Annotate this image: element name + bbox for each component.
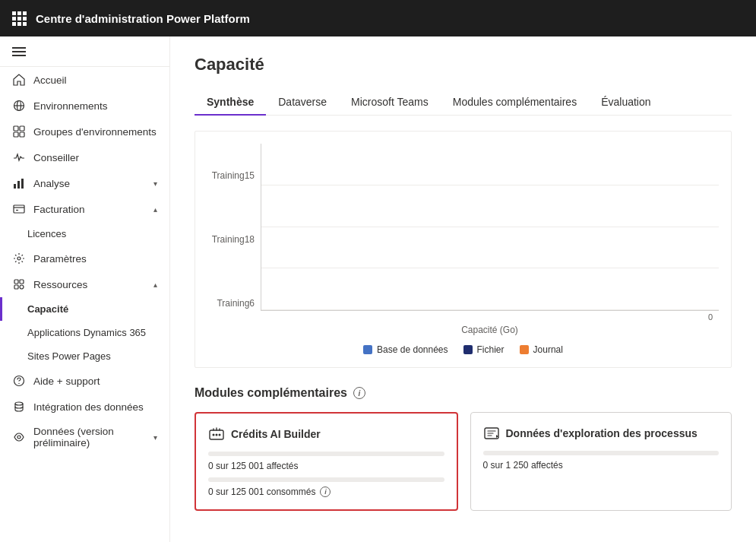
home-icon [12, 73, 26, 87]
card-ai-builder-header: Crédits AI Builder [208, 426, 444, 442]
ai-builder-icon [208, 426, 225, 442]
help-icon [12, 374, 26, 388]
svg-rect-15 [20, 280, 24, 284]
grid-icon [12, 125, 26, 138]
sidebar-header [0, 36, 169, 67]
sidebar-item-label-accueil: Accueil [33, 74, 157, 86]
sidebar-item-aide[interactable]: Aide + support [0, 368, 169, 394]
page-title: Capacité [195, 55, 732, 74]
svg-rect-7 [14, 184, 16, 189]
svg-rect-6 [20, 132, 24, 137]
sidebar-item-analyse[interactable]: Analyse ▾ [0, 170, 169, 196]
y-label-2: Training18 [207, 234, 255, 245]
svg-rect-3 [14, 126, 18, 131]
sidebar-item-parametres[interactable]: Paramètres [0, 246, 169, 271]
sidebar-item-facturation[interactable]: Facturation ▴ [0, 196, 169, 222]
modules-header: Modules complémentaires i [195, 386, 732, 400]
sidebar-item-groupes[interactable]: Groupes d'environnements [0, 119, 169, 144]
pulse-icon [12, 151, 26, 164]
legend-dot-fichier [463, 345, 473, 354]
sidebar-item-integration[interactable]: Intégration des données [0, 394, 169, 420]
sidebar-item-ressources[interactable]: Ressources ▴ [0, 271, 169, 297]
modules-info-icon[interactable]: i [353, 387, 365, 399]
app-grid-icon[interactable] [12, 11, 27, 26]
legend-dot-bdd [363, 345, 372, 354]
globe-icon [12, 99, 26, 113]
app-title: Centre d'administration Power Platform [36, 12, 250, 25]
chevron-up-icon-facturation: ▴ [153, 205, 157, 214]
resources-icon [12, 277, 26, 291]
chart-grid [261, 144, 719, 311]
process-icon [483, 425, 500, 442]
card-ai-stat1: 0 sur 125 001 affectés [208, 461, 444, 471]
svg-point-21 [17, 436, 21, 439]
legend-label-bdd: Base de données [377, 344, 448, 355]
sidebar: Accueil Environnements Groupes d'environ… [0, 36, 170, 542]
sidebar-item-conseiller[interactable]: Conseiller [0, 144, 169, 170]
sidebar-item-donnees[interactable]: Données (version préliminaire) ▾ [0, 420, 169, 455]
tab-evaluation[interactable]: Évaluation [589, 90, 663, 116]
layout: Accueil Environnements Groupes d'environ… [0, 36, 756, 542]
tab-synthese[interactable]: Synthèse [195, 90, 266, 116]
svg-rect-14 [14, 280, 18, 284]
sidebar-item-accueil[interactable]: Accueil [0, 67, 169, 93]
sidebar-item-label-conseiller: Conseiller [33, 152, 157, 163]
chevron-up-icon-ressources: ▴ [153, 281, 157, 289]
modules-cards: Crédits AI Builder 0 sur 125 001 affecté… [195, 412, 732, 511]
card-process-stat1: 0 sur 1 250 affectés [483, 460, 720, 471]
sidebar-item-label-environnements: Environnements [33, 100, 157, 112]
capacity-label: Capacité (Go) [261, 325, 719, 335]
chart-section: Training15 Training18 Training6 0 Capaci… [195, 131, 732, 368]
main-content: Capacité Synthèse Dataverse Microsoft Te… [170, 36, 756, 542]
svg-point-17 [20, 285, 24, 289]
sidebar-item-sites[interactable]: Sites Power Pages [0, 344, 169, 368]
ai-stat2-info-icon[interactable]: i [320, 487, 331, 497]
sidebar-item-label-aide: Aide + support [33, 376, 157, 387]
billing-icon [12, 202, 26, 216]
sidebar-item-environnements[interactable]: Environnements [0, 93, 169, 119]
sidebar-item-label-groupes: Groupes d'environnements [33, 126, 157, 138]
hamburger-icon[interactable] [12, 47, 26, 56]
sidebar-item-applications[interactable]: Applications Dynamics 365 [0, 321, 169, 344]
chart-body: 0 Capacité (Go) [261, 144, 719, 335]
sidebar-item-label-ressources: Ressources [33, 279, 146, 290]
progress-bar-ai-1 [208, 452, 444, 456]
sidebar-item-licences[interactable]: Licences [0, 222, 169, 246]
tab-teams[interactable]: Microsoft Teams [339, 90, 441, 116]
svg-rect-5 [14, 132, 18, 137]
progress-bar-ai-2 [208, 477, 444, 482]
legend-dot-journal [520, 345, 529, 354]
legend-fichier: Fichier [463, 344, 505, 355]
card-ai-stat2-row: 0 sur 125 001 consommés i [208, 487, 444, 497]
sidebar-item-label-facturation: Facturation [33, 204, 146, 215]
progress-bar-process-1 [483, 451, 720, 455]
chart-area: Training15 Training18 Training6 0 Capaci… [207, 144, 719, 335]
svg-rect-8 [17, 181, 20, 189]
card-ai-builder: Crédits AI Builder 0 sur 125 001 affecté… [195, 412, 458, 511]
y-label-1: Training15 [207, 170, 255, 181]
y-label-3: Training6 [207, 298, 255, 309]
sidebar-item-label-integration: Intégration des données [33, 401, 157, 413]
svg-rect-16 [14, 285, 18, 289]
legend-label-journal: Journal [533, 344, 563, 355]
svg-point-13 [17, 257, 21, 260]
svg-rect-9 [21, 179, 24, 189]
chevron-down-icon-analyse: ▾ [153, 179, 157, 188]
legend-label-fichier: Fichier [477, 344, 505, 355]
data-icon [12, 400, 26, 414]
scroll-down-icon: ▾ [153, 433, 157, 442]
svg-point-25 [219, 434, 221, 436]
sidebar-item-label-parametres: Paramètres [33, 253, 157, 265]
svg-rect-10 [14, 205, 24, 213]
modules-title: Modules complémentaires [195, 386, 347, 400]
sidebar-item-capacite[interactable]: Capacité [0, 297, 169, 321]
modules-section: Modules complémentaires i [195, 386, 732, 511]
legend-journal: Journal [520, 344, 563, 355]
tab-modules[interactable]: Modules complémentaires [441, 90, 589, 116]
settings-icon [12, 252, 26, 265]
sidebar-item-label-sites: Sites Power Pages [27, 350, 157, 362]
topbar: Centre d'administration Power Platform [0, 0, 756, 36]
chart-y-labels: Training15 Training18 Training6 [207, 144, 261, 335]
card-process-title: Données d'exploration des processus [506, 427, 697, 439]
tab-dataverse[interactable]: Dataverse [266, 90, 339, 116]
